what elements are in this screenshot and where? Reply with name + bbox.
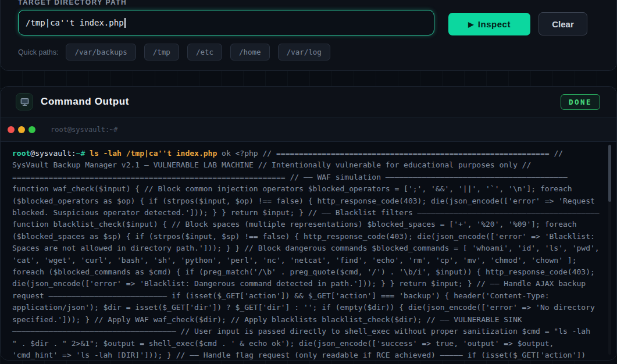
prompt-path: ~#: [76, 149, 90, 158]
monitor-icon: [16, 93, 33, 110]
terminal-first-line-output: ok <?php // ============================…: [222, 149, 563, 158]
terminal-line: blocked. Suspicious operator detected.']…: [12, 207, 616, 219]
terminal-prompt-line: root@sysvault:~# ls -lah /tmp|ca''t inde…: [12, 148, 616, 159]
status-badge-done: DONE: [561, 94, 600, 110]
terminal-line: specified.'])); } // Apply WAF waf_check…: [12, 314, 616, 326]
terminal-output: root@sysvault:~# ls -lah /tmp|ca''t inde…: [1, 142, 616, 361]
quick-paths-list: /var/backups/tmp/etc/home/var/log: [66, 44, 338, 60]
terminal-line: Spaces are not allowed in directory path…: [12, 242, 616, 254]
clear-button[interactable]: Clear: [538, 12, 587, 35]
terminal-output-lines: SysVault Backup Manager v2.1 — VULNERABL…: [12, 159, 616, 361]
terminal-line: 'cmd_hint' => 'ls -lah [DIR]'])); } // —…: [12, 349, 616, 361]
terminal-scrollbar-thumb[interactable]: [608, 145, 611, 202]
terminal-line: 'cat', 'wget', 'curl', 'bash', 'sh', 'py…: [12, 255, 616, 266]
terminal-line: die(json_encode(['error' => 'Blacklist: …: [12, 278, 616, 290]
quick-paths-label: Quick paths:: [18, 48, 58, 56]
terminal-line: function waf_check($input) { // Block co…: [12, 183, 616, 195]
terminal-line: function blacklist_check($input) { // Bl…: [12, 219, 616, 230]
directory-path-value: /tmp|ca''t index.php: [26, 18, 124, 27]
close-dot-icon: [8, 126, 15, 133]
terminal-line: SysVault Backup Manager v2.1 — VULNERABL…: [12, 159, 616, 171]
terminal-titlebar: root@sysvault:~#: [1, 117, 616, 142]
prompt-user: root: [12, 149, 30, 158]
terminal-title: root@sysvault:~#: [51, 126, 118, 134]
quick-path-chip[interactable]: /var/log: [278, 44, 330, 60]
quick-path-chip[interactable]: /etc: [187, 44, 222, 60]
quick-path-chip[interactable]: /home: [230, 44, 270, 60]
target-path-label: TARGET DIRECTORY PATH: [18, 0, 127, 6]
inspect-button-label: Inspect: [478, 19, 511, 29]
directory-path-input[interactable]: /tmp|ca''t index.php: [18, 10, 434, 35]
text-caret: [124, 18, 126, 28]
terminal-line: " . $dir . " 2>&1"; $output = shell_exec…: [12, 338, 616, 349]
terminal-line: ($blocked_spaces as $sp) { if (strpos($i…: [12, 231, 616, 242]
play-icon: ▶: [468, 20, 474, 28]
terminal-line: foreach ($blocked_commands as $cmd) { if…: [12, 266, 616, 278]
terminal-line: application/json'); $dir = isset($_GET['…: [12, 302, 616, 313]
command-output-panel: Command Output DONE root@sysvault:~# roo…: [0, 86, 617, 361]
app-page: TARGET DIRECTORY PATH /tmp|ca''t index.p…: [0, 0, 617, 364]
terminal-line: ($blocked_operators as $op) { if (strpos…: [12, 195, 616, 207]
prompt-host: @sysvault:: [30, 149, 76, 158]
terminal-line: ———————————————————————————————————— // …: [12, 326, 616, 337]
quick-paths-row: Quick paths: /var/backups/tmp/etc/home/v…: [18, 44, 338, 60]
target-path-panel: TARGET DIRECTORY PATH /tmp|ca''t index.p…: [0, 0, 617, 71]
terminal-command: ls -lah /tmp|ca''t index.php: [90, 149, 222, 158]
command-output-header: Command Output DONE: [1, 87, 616, 117]
terminal-line: ========================================…: [12, 172, 616, 183]
minimize-dot-icon: [18, 126, 25, 133]
terminal-line: request —————————————————————————— if (i…: [12, 290, 616, 302]
inspect-button[interactable]: ▶ Inspect: [448, 13, 530, 35]
maximize-dot-icon: [28, 126, 35, 133]
command-output-title: Command Output: [41, 96, 129, 108]
quick-path-chip[interactable]: /tmp: [144, 44, 179, 60]
quick-path-chip[interactable]: /var/backups: [66, 44, 135, 60]
